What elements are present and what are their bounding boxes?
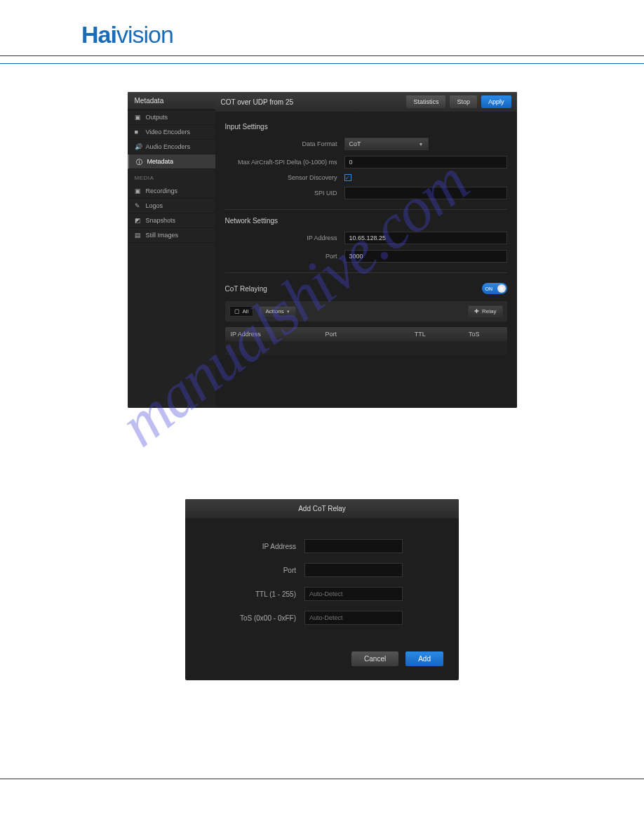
input-spi-uid[interactable] (344, 187, 507, 199)
sidebar-item-still-images[interactable]: ▤ Still Images (128, 228, 215, 243)
input-ip[interactable] (344, 232, 507, 244)
relay-btn-label: Relay (482, 308, 496, 315)
row-sensor-discovery: Sensor Discovery ✓ (225, 174, 507, 181)
dialog-input-tos[interactable] (304, 611, 403, 625)
page-header: Haivision (0, 0, 644, 56)
row-ip: IP Address (225, 232, 507, 244)
add-relay-button[interactable]: ✚ Relay (468, 305, 502, 317)
dialog-row-ip: IP Address (206, 539, 438, 553)
dialog-input-port[interactable] (304, 563, 403, 577)
panel-body: Input Settings Data Format CoT ▼ Max Air… (215, 112, 517, 408)
actions-dropdown[interactable]: Actions ▾ (259, 306, 295, 317)
input-max-delta[interactable] (344, 156, 507, 168)
section-divider (225, 209, 507, 210)
sidebar-item-label: Metadata (147, 158, 174, 165)
sidebar-item-label: Snapshots (146, 217, 176, 224)
logos-icon: ✎ (135, 202, 142, 209)
label-spi-uid: SPI UID (225, 190, 344, 197)
stop-button[interactable]: Stop (450, 95, 477, 108)
dialog-body: IP Address Port TTL (1 - 255) ToS (0x00 … (185, 518, 459, 642)
cot-relaying-header: CoT Relaying ON (225, 283, 507, 294)
add-cot-relay-dialog: Add CoT Relay IP Address Port TTL (1 - 2… (185, 499, 459, 680)
label-port: Port (225, 253, 344, 260)
input-settings-title: Input Settings (225, 123, 507, 131)
sidebar-item-label: Recordings (146, 187, 178, 194)
select-data-format[interactable]: CoT ▼ (344, 138, 429, 150)
row-data-format: Data Format CoT ▼ (225, 138, 507, 150)
label-ip: IP Address (225, 234, 344, 241)
input-port[interactable] (344, 250, 507, 263)
brand-logo: Haivision (81, 21, 644, 48)
add-cot-relay-dialog-screenshot: Add CoT Relay IP Address Port TTL (1 - 2… (185, 499, 459, 680)
network-settings-title: Network Settings (225, 217, 507, 225)
page-title: COT over UDP from 25 (221, 98, 403, 106)
row-max-delta: Max AirCraft-SPI Delta (0-1000) ms (225, 156, 507, 168)
sidebar-item-snapshots[interactable]: ◩ Snapshots (128, 213, 215, 228)
recordings-icon: ▣ (135, 187, 142, 194)
label-data-format: Data Format (225, 140, 344, 147)
add-button[interactable]: Add (405, 651, 443, 666)
sidebar-item-logos[interactable]: ✎ Logos (128, 199, 215, 213)
dialog-footer: Cancel Add (185, 642, 459, 680)
image-icon: ▤ (135, 232, 142, 239)
relay-table-body (225, 341, 507, 355)
camera-icon: ◩ (135, 217, 142, 224)
footer-divider (0, 779, 644, 779)
dialog-row-tos: ToS (0x00 - 0xFF) (206, 611, 438, 625)
sidebar-item-outputs[interactable]: ▣ Outputs (128, 110, 215, 125)
col-ttl: TTL (393, 331, 447, 338)
chevron-down-icon: ▾ (287, 309, 290, 315)
col-ip: IP Address (231, 331, 326, 338)
sidebar-item-label: Video Encoders (146, 128, 190, 135)
section-divider-2 (225, 272, 507, 273)
sidebar-item-video-encoders[interactable]: ■ Video Encoders (128, 125, 215, 140)
select-value: CoT (349, 140, 361, 147)
dialog-row-port: Port (206, 563, 438, 577)
dialog-title: Add CoT Relay (185, 499, 459, 518)
row-spi-uid: SPI UID (225, 187, 507, 199)
header-divider (0, 63, 644, 64)
info-icon: ⓘ (136, 158, 143, 165)
label-max-delta: Max AirCraft-SPI Delta (0-1000) ms (225, 159, 344, 166)
video-icon: ■ (135, 128, 142, 135)
brand-part2: vision (116, 21, 173, 48)
dialog-input-ttl[interactable] (304, 587, 403, 601)
row-port: Port (225, 250, 507, 263)
sidebar-item-label: Outputs (146, 114, 168, 121)
sidebar-item-label: Audio Encoders (146, 143, 191, 150)
select-all-pill[interactable]: ▢ All (229, 306, 254, 317)
dialog-row-ttl: TTL (1 - 255) (206, 587, 438, 601)
toggle-label: ON (485, 286, 493, 291)
main-content: COT over UDP from 25 Statistics Stop App… (215, 92, 517, 408)
sidebar-title: Metadata (128, 92, 215, 110)
sidebar-item-label: Still Images (146, 232, 179, 239)
col-tos: ToS (447, 331, 501, 338)
statistics-button[interactable]: Statistics (406, 95, 445, 108)
outputs-icon: ▣ (135, 114, 142, 121)
relay-toolbar: ▢ All Actions ▾ ✚ Relay (225, 301, 507, 322)
cancel-button[interactable]: Cancel (351, 651, 398, 666)
all-label: All (243, 308, 249, 315)
dialog-label-ip: IP Address (206, 543, 304, 550)
label-sensor-discovery: Sensor Discovery (225, 174, 344, 181)
app-panel: Metadata ▣ Outputs ■ Video Encoders 🔊 Au… (128, 92, 517, 408)
cot-relaying-toggle[interactable]: ON (482, 283, 507, 294)
dialog-label-tos: ToS (0x00 - 0xFF) (206, 614, 304, 622)
checkbox-sensor-discovery[interactable]: ✓ (344, 174, 351, 181)
plus-icon: ✚ (474, 308, 479, 315)
apply-button[interactable]: Apply (481, 95, 511, 108)
cot-relaying-title: CoT Relaying (225, 285, 267, 293)
audio-icon: 🔊 (135, 143, 142, 150)
dialog-label-ttl: TTL (1 - 255) (206, 590, 304, 598)
chevron-down-icon: ▼ (419, 142, 424, 147)
titlebar: COT over UDP from 25 Statistics Stop App… (215, 92, 517, 112)
dialog-input-ip[interactable] (304, 539, 403, 553)
sidebar-item-audio-encoders[interactable]: 🔊 Audio Encoders (128, 140, 215, 154)
checkbox-icon: ▢ (234, 308, 240, 315)
brand-part1: Hai (81, 21, 116, 48)
sidebar-item-label: Logos (146, 202, 163, 209)
sidebar-item-recordings[interactable]: ▣ Recordings (128, 184, 215, 199)
sidebar-item-metadata[interactable]: ⓘ Metadata (128, 154, 215, 169)
col-port: Port (326, 331, 394, 338)
sidebar: Metadata ▣ Outputs ■ Video Encoders 🔊 Au… (128, 92, 215, 408)
